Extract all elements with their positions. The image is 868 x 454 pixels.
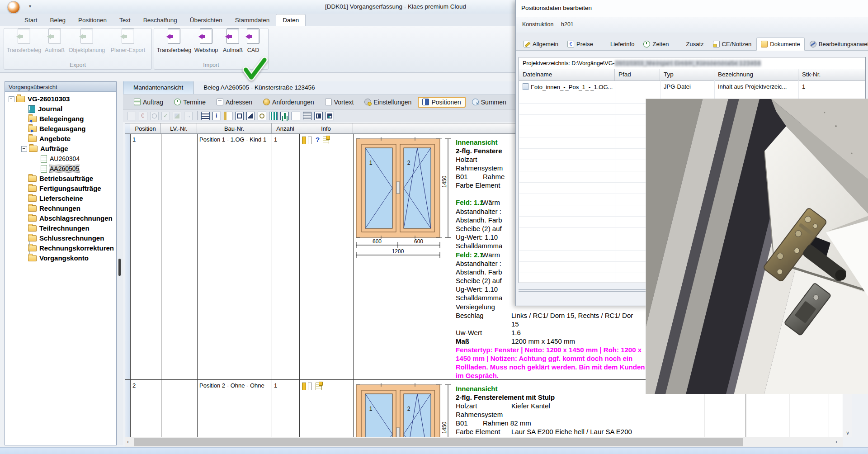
tab-adressen[interactable]: Adressen	[212, 97, 257, 108]
toolbar-bars-icon[interactable]	[269, 112, 278, 120]
tree-item-betriebsauftr-ge[interactable]: Betriebsaufträge	[5, 173, 116, 183]
tab-auftrag[interactable]: Auftrag	[129, 97, 168, 108]
article-text-segment: Holzart	[456, 155, 477, 164]
tree-item-vg-26010303[interactable]: VG-26010303	[5, 94, 116, 104]
ribbon-tab-beleg[interactable]: Beleg	[44, 14, 72, 26]
tree-item-lieferscheine[interactable]: Lieferscheine	[5, 193, 116, 203]
article-text-segment: Ug-Wert: 1.10	[456, 233, 498, 241]
import-button-cad[interactable]: CAD	[231, 28, 275, 53]
tree-item-schlussrechnungen[interactable]: Schlussrechnungen	[5, 233, 116, 243]
horizontal-scrollbar[interactable]: ‹ ›	[125, 437, 843, 447]
export-button-planer-export: Planer-Export	[106, 28, 150, 53]
konstruktion-value[interactable]: h201	[561, 21, 574, 28]
toolbar-attach-icon[interactable]	[258, 112, 266, 120]
toolbar-layout-icon[interactable]	[314, 112, 323, 120]
tree-item-abschlagsrechnungen[interactable]: Abschlagsrechnungen	[5, 213, 116, 223]
tab-einstellungen[interactable]: Einstellungen	[360, 97, 416, 108]
toolbar-frame-icon[interactable]	[235, 112, 244, 120]
tree-item-vorgangskonto[interactable]: Vorgangskonto	[5, 253, 116, 263]
files-column-pfad[interactable]: Pfad	[615, 69, 660, 80]
column-border	[130, 380, 131, 437]
tree-item-rechnungskorrekturen[interactable]: Rechnungskorrekturen	[5, 243, 116, 253]
tree-item-angebote[interactable]: Angebote	[5, 133, 116, 143]
button-label: CAD	[231, 47, 275, 53]
tree-item-auftr-ge[interactable]: Aufträge	[5, 143, 116, 153]
row-selector-gutter[interactable]	[125, 380, 130, 437]
dialog-tab-preise[interactable]: Preise	[563, 38, 597, 50]
ribbon-tab-text[interactable]: Text	[113, 14, 137, 26]
info-bar-yellow-icon[interactable]	[302, 137, 306, 144]
dialog-tab-allgemein[interactable]: Allgemein	[519, 38, 562, 50]
files-column-stknr[interactable]: Stk-Nr.	[798, 69, 865, 80]
row-selector-gutter[interactable]	[125, 134, 130, 379]
ribbon-tab-positionen[interactable]: Positionen	[72, 14, 113, 26]
ribbon-tab-beschaffung[interactable]: Beschaffung	[137, 14, 184, 26]
ribbon-tab-start[interactable]: Start	[18, 14, 44, 26]
toolbar-blinds-icon[interactable]	[303, 112, 311, 120]
tree-item-belegausgang[interactable]: Belegausgang	[5, 123, 116, 133]
horizontal-scroll-thumb[interactable]	[134, 438, 743, 446]
toolbar-clock-icon	[150, 112, 159, 120]
dialog-tab-dokumente[interactable]: Dokumente	[756, 38, 804, 51]
tab-summen[interactable]: Summen	[467, 97, 511, 108]
info-note-plus-icon[interactable]	[323, 137, 329, 144]
tree-item-rechnungen[interactable]: Rechnungen	[5, 203, 116, 213]
button-label: Planer-Export	[106, 47, 150, 53]
tab-label: Bearbeitungsanweisungen	[819, 41, 868, 47]
tree-item-belegeingang[interactable]: Belegeingang	[5, 114, 116, 123]
toolbar-info-icon[interactable]	[212, 112, 221, 120]
dialog-tab-ce-notizen[interactable]: CE/Notizen	[709, 38, 756, 50]
column-header-position[interactable]: Position	[130, 123, 161, 133]
article-text-segment: Ug-Wert: 1.10	[456, 285, 498, 293]
toolbar-measure-icon[interactable]	[224, 112, 232, 120]
tree-item-teilrechnungen[interactable]: Teilrechnungen	[5, 223, 116, 233]
article-notes: Fenstertyp: Fenster | Netto: 1200 x 1450…	[456, 345, 647, 380]
dialog-tab-zusatz[interactable]: Zusatz	[674, 38, 708, 50]
tree-item-au260304[interactable]: AU260304	[5, 153, 116, 163]
scroll-right-icon[interactable]: ›	[835, 439, 837, 445]
file-cell: JPG-Datei	[664, 83, 713, 90]
tab-anforderungen[interactable]: Anforderungen	[259, 97, 319, 108]
dialog-tab-bearbeitungsanweisungen[interactable]: Bearbeitungsanweisungen	[806, 38, 868, 50]
info-bar-white-icon[interactable]	[308, 383, 312, 390]
info-bar-white-icon[interactable]	[308, 137, 312, 144]
dialog-tab-zeiten[interactable]: Zeiten	[639, 38, 673, 50]
column-header-baunr[interactable]: Bau-Nr.	[197, 123, 272, 133]
column-header-lvnr[interactable]: LV.-Nr.	[161, 123, 197, 133]
toolbar-list-icon[interactable]	[201, 112, 210, 120]
project-directory-prefix: Projektverzeichnis: D:\Vorgänge\VG-	[523, 60, 615, 66]
scroll-left-icon[interactable]: ‹	[127, 439, 129, 445]
toolbar-layout2-icon[interactable]	[326, 112, 334, 120]
column-border	[272, 380, 272, 437]
tab-positionen[interactable]: Positionen	[418, 97, 465, 108]
files-column-typ[interactable]: Typ	[660, 69, 714, 80]
tab-vortext[interactable]: Vortext	[321, 97, 359, 108]
column-header-anzahl[interactable]: Anzahl	[272, 123, 299, 133]
file-cell[interactable]: Foto_innen_-_Pos_1_-_1.OG...	[523, 83, 614, 90]
files-column-dateiname[interactable]: Dateiname	[519, 69, 615, 80]
tree-item-fertigungsauftr-ge[interactable]: Fertigungsaufträge	[5, 183, 116, 193]
dialog-tab-lieferinfo[interactable]: Lieferinfo	[598, 38, 638, 50]
tree-collapse-icon[interactable]	[21, 146, 27, 152]
tree-item-aa260505[interactable]: AA260505	[5, 163, 116, 173]
info-bar-yellow-icon[interactable]	[302, 383, 306, 390]
tree-item-label: Schlussrechnungen	[39, 234, 104, 242]
toolbar-new-window-icon[interactable]	[292, 112, 300, 120]
scroll-down-icon[interactable]: ∨	[843, 428, 852, 437]
tree-collapse-icon[interactable]	[9, 96, 14, 102]
files-column-bezeichnung[interactable]: Bezeichnung	[714, 69, 798, 80]
ribbon-tab-daten[interactable]: Daten	[276, 14, 306, 26]
toolbar-plus-grid-icon[interactable]	[280, 112, 289, 120]
article-text-segment: B01	[456, 419, 468, 427]
column-header-info[interactable]: Info	[299, 123, 353, 133]
ribbon-tab-übersichten[interactable]: Übersichten	[184, 14, 229, 26]
tree-item-journal[interactable]: Journal	[5, 104, 116, 114]
info-note-plus-icon[interactable]	[316, 383, 322, 390]
tab-termine[interactable]: Termine	[170, 97, 210, 108]
info-question-icon[interactable]: ?	[316, 136, 320, 143]
article-text-segment: 1.6	[511, 328, 521, 337]
ribbon-tab-stammdaten[interactable]: Stammdaten	[229, 14, 276, 26]
view-tab-mandantenansicht[interactable]: Mandantenansicht	[123, 81, 193, 94]
toolbar-link-out-icon[interactable]	[246, 112, 255, 120]
splitter-handle[interactable]	[118, 259, 121, 276]
